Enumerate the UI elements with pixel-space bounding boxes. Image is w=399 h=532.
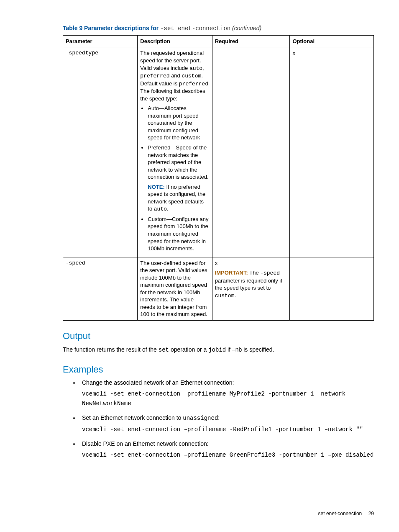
- example-intro: Set an Ethernet network connection to un…: [82, 414, 220, 421]
- param-speed: -speed: [63, 257, 138, 320]
- opt-speedtype: x: [290, 47, 374, 257]
- output-heading: Output: [63, 330, 374, 342]
- text: The: [248, 270, 260, 276]
- text: if –nb is specified.: [226, 346, 274, 353]
- code-custom: custom: [182, 73, 201, 79]
- col-required: Required: [212, 35, 290, 47]
- table-title: Table 9 Parameter descriptions for -set …: [63, 24, 374, 33]
- desc-speedtype: The requested operational speed for the …: [138, 47, 212, 257]
- text: The following list describes the speed t…: [140, 88, 205, 102]
- bullet-preferred: Preferred—Speed of the network matches t…: [148, 144, 209, 213]
- list-item: Disable PXE on an Ethernet network conne…: [79, 440, 374, 460]
- table-row: -speedtype The requested operational spe…: [63, 47, 374, 257]
- req-speedtype: [212, 47, 290, 257]
- code-jobid: jobid: [208, 347, 226, 353]
- parameter-table: Parameter Description Required Optional …: [63, 35, 374, 321]
- text: .: [167, 206, 169, 212]
- text: Preferred—Speed of the network matches t…: [148, 144, 208, 180]
- code-auto: auto: [189, 65, 202, 72]
- code-set: set: [159, 347, 169, 353]
- example-code: vcemcli -set enet-connection –profilenam…: [82, 450, 374, 460]
- text: The function returns the result of the: [63, 346, 159, 353]
- text: :: [218, 414, 220, 421]
- page-footer: set enet-connection 29: [63, 510, 374, 517]
- code-custom: custom: [215, 293, 235, 299]
- col-parameter: Parameter: [63, 35, 138, 47]
- example-code: vcemcli -set enet-connection –profilenam…: [82, 389, 374, 408]
- req-x: x: [215, 260, 287, 267]
- text: and: [170, 72, 182, 79]
- example-intro: Disable PXE on an Ethernet network conne…: [82, 440, 209, 447]
- bullet-auto: Auto—Allocates maximum port speed constr…: [148, 105, 209, 141]
- desc-speed: The user-defined speed for the server po…: [138, 257, 212, 320]
- col-optional: Optional: [290, 35, 374, 47]
- code-preferred2: preferred: [179, 81, 208, 87]
- footer-page-number: 29: [368, 511, 374, 517]
- param-speedtype: -speedtype: [63, 47, 138, 257]
- table-row: -speed The user-defined speed for the se…: [63, 257, 374, 320]
- table-title-suffix: (continued): [230, 25, 261, 31]
- examples-list: Change the associated network of an Ethe…: [63, 379, 374, 460]
- output-text: The function returns the result of the s…: [63, 346, 374, 354]
- opt-speed: [290, 257, 374, 320]
- list-item: Set an Ethernet network connection to un…: [79, 414, 374, 434]
- req-speed: x IMPORTANT: The -speed parameter is req…: [212, 257, 290, 320]
- table-title-prefix: Table 9 Parameter descriptions for: [63, 25, 160, 31]
- important-label: IMPORTANT:: [215, 270, 248, 276]
- code-unassigned: unassigned: [183, 415, 218, 421]
- note-code: auto: [154, 206, 167, 212]
- text: ,: [202, 65, 204, 71]
- list-item: Change the associated network of an Ethe…: [79, 379, 374, 408]
- code-preferred: preferred: [140, 73, 169, 79]
- example-code: vcemcli -set enet-connection –profilenam…: [82, 425, 374, 434]
- text: Set an Ethernet network connection to: [82, 414, 183, 421]
- text: .: [234, 292, 236, 298]
- text: operation or a: [169, 346, 208, 353]
- table-header-row: Parameter Description Required Optional: [63, 35, 374, 47]
- examples-heading: Examples: [63, 363, 374, 376]
- text: parameter is required only if the speed …: [215, 278, 282, 291]
- note-label: NOTE:: [148, 184, 164, 190]
- col-description: Description: [138, 35, 212, 47]
- footer-section: set enet-connection: [318, 511, 362, 517]
- table-title-code: -set enet-connection: [160, 25, 230, 32]
- example-intro: Change the associated network of an Ethe…: [82, 379, 234, 386]
- bullet-custom: Custom—Configures any speed from 100Mb t…: [148, 216, 209, 252]
- code-speed: -speed: [260, 270, 280, 276]
